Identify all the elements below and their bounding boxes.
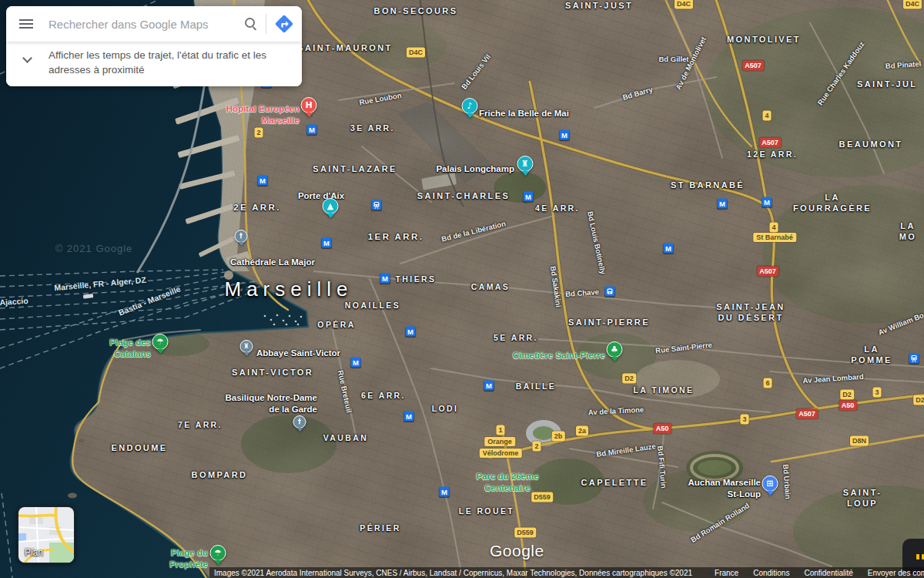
menu-icon[interactable] <box>19 19 33 29</box>
chevron-down-icon[interactable] <box>6 49 49 62</box>
area-label: CAPELETTE <box>581 478 648 489</box>
ferry-route-label: Marseille, FR - Alger, DZ <box>54 275 146 292</box>
road-label: Bd Chave <box>565 287 599 298</box>
area-label: 5E ARR. <box>494 333 538 343</box>
road-label: Bd Gillet <box>658 55 688 63</box>
area-label: SAINT-JUL <box>857 79 917 90</box>
train-station-icon[interactable] <box>372 200 382 210</box>
road-shield: D2 <box>913 395 924 405</box>
search-icon[interactable] <box>244 17 258 31</box>
attraction-pin[interactable]: ♜ <box>517 156 534 180</box>
road-label: Bd Romain Rolland <box>689 501 751 544</box>
beach-pin[interactable]: ☂ <box>210 545 226 569</box>
poi-label[interactable]: Palais Longchamp <box>436 163 514 175</box>
poi-label[interactable]: Friche la Belle de Mai <box>479 108 569 119</box>
area-label: OPÉRA <box>317 320 355 330</box>
church-pin[interactable]: † <box>235 230 248 249</box>
area-label: 1ER ARR. <box>368 231 424 242</box>
attribution-bar: Images ©2021 Aerodata International Surv… <box>209 567 924 578</box>
metro-station-icon[interactable]: M <box>718 199 728 209</box>
area-label: 7E ARR. <box>178 420 223 430</box>
metro-station-icon[interactable]: M <box>440 487 450 497</box>
attribution-link[interactable]: France <box>715 569 738 577</box>
metro-station-icon[interactable]: M <box>560 130 570 140</box>
poi-label[interactable]: Hôpital EuropéenMarseille <box>226 103 300 126</box>
area-label: SAINT-LOUP <box>832 488 893 509</box>
road-shield: A507 <box>757 267 778 277</box>
map-tag-label: Orange <box>484 437 515 446</box>
area-label: LA MO <box>892 221 924 243</box>
basilica-pin[interactable]: † <box>293 415 306 435</box>
metro-station-icon[interactable]: M <box>307 125 317 135</box>
map-tag-label: St Barnabé <box>753 233 796 242</box>
hospital-pin[interactable]: H <box>301 97 317 121</box>
area-label: BON-SECOURS <box>374 6 458 17</box>
minimap-toggle[interactable]: Plan <box>17 506 75 564</box>
map-overlays: BON-SECOURSSAINT-JUSTSAINT-MAURONTMONTOL… <box>0 0 924 578</box>
road-shield: 4 <box>762 111 771 121</box>
train-station-icon[interactable] <box>909 354 919 364</box>
directions-icon <box>274 14 294 34</box>
poi-label[interactable]: Parc du 26èmeCentenaire <box>476 471 538 494</box>
road-shield: D559 <box>514 528 536 538</box>
shopping-pin[interactable]: ⊞ <box>762 476 778 499</box>
road-label: Rue Breteuil <box>336 369 353 413</box>
area-label: SAINT-JEAN DU DÉSERT <box>716 302 785 324</box>
area-label: 3E ARR. <box>350 123 395 133</box>
beach-pin[interactable]: ☂ <box>152 334 169 358</box>
map-canvas[interactable]: BON-SECOURSSAINT-JUSTSAINT-MAURONTMONTOL… <box>0 0 924 578</box>
tram-station-icon[interactable] <box>605 287 615 297</box>
road-label: Rue Saint-Pierre <box>655 341 713 355</box>
metro-station-icon[interactable]: M <box>484 381 494 391</box>
road-label: Bd Mireille Lauze <box>596 442 656 459</box>
area-label: 4E ARR. <box>535 203 580 213</box>
metro-station-icon[interactable]: M <box>258 176 268 186</box>
area-label: BAILLE <box>516 381 556 391</box>
area-label: LA FOURRAGÈRE <box>787 193 879 214</box>
metro-station-icon[interactable]: M <box>351 358 361 368</box>
metro-station-icon[interactable]: M <box>762 197 772 207</box>
attribution-link[interactable]: Envoyer des commentaires <box>868 569 924 577</box>
attribution-link[interactable]: Confidentialité <box>804 569 852 577</box>
music-venue-pin[interactable]: ♪ <box>462 98 478 122</box>
imagery-credits: Images ©2021 Aerodata International Surv… <box>214 569 692 577</box>
abbey-pin[interactable]: ♜ <box>240 340 253 359</box>
road-label: Bd Louis Vil <box>460 52 492 91</box>
metro-station-icon[interactable]: M <box>406 327 416 337</box>
poi-label[interactable]: Basilique Notre-Damede la Garde <box>225 392 317 415</box>
metro-station-icon[interactable]: M <box>524 192 534 202</box>
road-label: Rue Loubon <box>359 91 402 106</box>
road-shield: D4C <box>903 0 922 8</box>
road-shield: A507 <box>796 409 818 419</box>
area-label: BEAUMONT <box>839 139 903 150</box>
traffic-suggestion[interactable]: Afficher les temps de trajet, l'état du … <box>6 42 302 86</box>
cemetery-pin[interactable]: ♣ <box>607 341 623 365</box>
poi-label[interactable]: Cathédrale La Major <box>230 257 315 268</box>
road-label: Bd Urbain <box>782 464 792 499</box>
road-label: Bd Sakakini <box>549 266 563 308</box>
ferry-route-label: Bastia - Marseille <box>117 284 182 317</box>
metro-station-icon[interactable]: M <box>664 244 674 254</box>
pegman-icon <box>916 553 924 560</box>
area-label: THIERS <box>396 274 437 284</box>
poi-label[interactable]: Abbaye Saint-Victor <box>256 348 340 359</box>
metro-station-icon[interactable]: M <box>380 274 390 284</box>
poi-label[interactable]: Plage duProphète <box>169 547 208 570</box>
area-label: 12E ARR. <box>747 150 798 160</box>
metro-station-icon[interactable]: M <box>322 238 332 248</box>
google-logo: Google <box>490 542 544 560</box>
area-label: LA POMME <box>845 344 898 366</box>
directions-button[interactable] <box>266 8 302 39</box>
area-label: BOMPARD <box>192 470 248 481</box>
metro-station-icon[interactable]: M <box>404 412 414 422</box>
attribution-link[interactable]: Conditions <box>753 569 789 577</box>
search-input[interactable] <box>49 18 239 31</box>
road-label: Bd Barry <box>621 85 654 102</box>
poi-label[interactable]: Auchan MarseilleSt-Loup <box>688 477 761 500</box>
monument-pin[interactable]: ▲ <box>323 198 339 222</box>
poi-label[interactable]: Plage desCatalans <box>109 337 151 360</box>
map-tag-label: Vélodrome <box>480 449 522 458</box>
area-label: PÉRIER <box>360 523 401 533</box>
road-shield: D4C <box>407 48 425 58</box>
poi-label[interactable]: Cimetière Saint-Pierre <box>513 350 605 361</box>
